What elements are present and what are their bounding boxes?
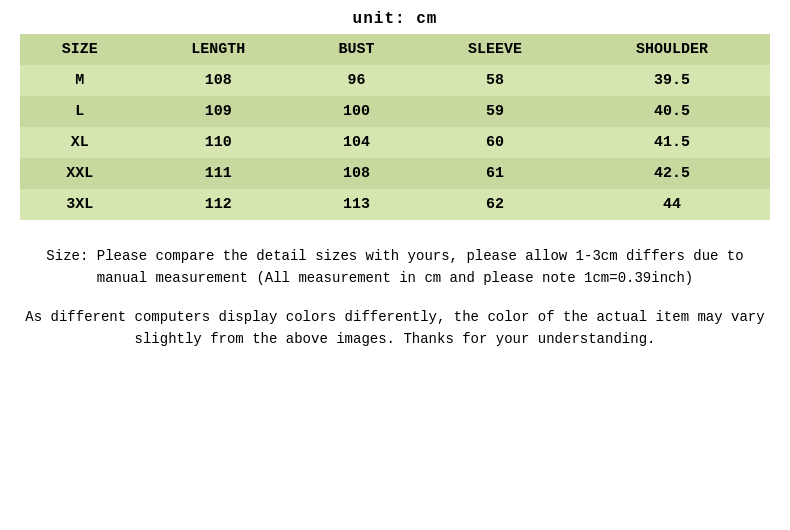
size-note: Size: Please compare the detail sizes wi… — [20, 245, 770, 290]
size-table: SIZELENGTHBUSTSLEEVESHOULDER M108965839.… — [20, 34, 770, 220]
table-cell: XL — [20, 127, 139, 158]
table-row: XL1101046041.5 — [20, 127, 770, 158]
table-cell: 113 — [297, 189, 416, 220]
table-cell: 108 — [139, 65, 297, 96]
table-row: M108965839.5 — [20, 65, 770, 96]
column-header: SHOULDER — [574, 34, 770, 65]
table-cell: 100 — [297, 96, 416, 127]
table-row: XXL1111086142.5 — [20, 158, 770, 189]
table-cell: 111 — [139, 158, 297, 189]
table-cell: 39.5 — [574, 65, 770, 96]
table-cell: 41.5 — [574, 127, 770, 158]
table-cell: 60 — [416, 127, 574, 158]
table-cell: 104 — [297, 127, 416, 158]
color-note: As different computers display colors di… — [20, 306, 770, 351]
table-cell: L — [20, 96, 139, 127]
table-row: L1091005940.5 — [20, 96, 770, 127]
unit-label: unit: cm — [353, 10, 438, 28]
table-cell: 61 — [416, 158, 574, 189]
table-cell: 108 — [297, 158, 416, 189]
table-cell: 44 — [574, 189, 770, 220]
column-header: SLEEVE — [416, 34, 574, 65]
table-cell: M — [20, 65, 139, 96]
notes-section: Size: Please compare the detail sizes wi… — [20, 245, 770, 367]
table-cell: 3XL — [20, 189, 139, 220]
column-header: BUST — [297, 34, 416, 65]
table-cell: 58 — [416, 65, 574, 96]
table-row: 3XL1121136244 — [20, 189, 770, 220]
table-cell: 110 — [139, 127, 297, 158]
table-cell: 59 — [416, 96, 574, 127]
column-header: SIZE — [20, 34, 139, 65]
table-cell: 96 — [297, 65, 416, 96]
header-row: SIZELENGTHBUSTSLEEVESHOULDER — [20, 34, 770, 65]
table-cell: 109 — [139, 96, 297, 127]
table-body: M108965839.5L1091005940.5XL1101046041.5X… — [20, 65, 770, 220]
table-cell: 42.5 — [574, 158, 770, 189]
table-cell: XXL — [20, 158, 139, 189]
table-header: SIZELENGTHBUSTSLEEVESHOULDER — [20, 34, 770, 65]
table-cell: 112 — [139, 189, 297, 220]
column-header: LENGTH — [139, 34, 297, 65]
table-cell: 62 — [416, 189, 574, 220]
table-cell: 40.5 — [574, 96, 770, 127]
